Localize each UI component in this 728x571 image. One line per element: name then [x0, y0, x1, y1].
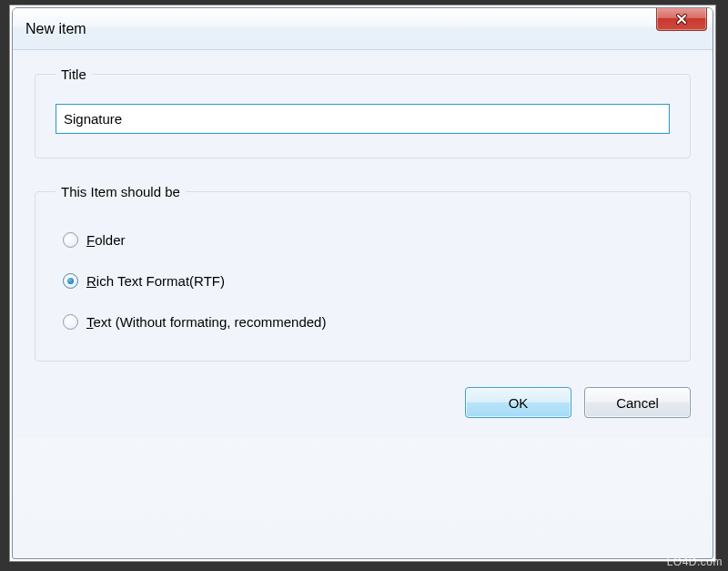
ok-button[interactable]: OK — [465, 387, 571, 418]
close-icon — [675, 14, 688, 25]
window-title: New item — [25, 21, 86, 37]
radio-rtf-label: Rich Text Format(RTF) — [86, 273, 225, 289]
screenshot-frame: New item Title This Item should be — [9, 5, 716, 562]
radio-text[interactable]: Text (Without formating, recommended) — [63, 314, 670, 330]
radio-folder[interactable]: Folder — [63, 232, 670, 248]
dialog-window: New item Title This Item should be — [12, 7, 713, 559]
titlebar[interactable]: New item — [13, 8, 713, 50]
radio-text-label: Text (Without formating, recommended) — [86, 314, 326, 330]
cancel-button[interactable]: Cancel — [584, 387, 691, 418]
title-legend: Title — [56, 66, 92, 82]
watermark: LO4D.com — [667, 556, 723, 568]
radio-indicator-icon — [63, 314, 78, 330]
type-group: This Item should be Folder Rich Text For… — [35, 184, 691, 362]
close-button[interactable] — [656, 7, 707, 31]
client-area: Title This Item should be Folder — [13, 50, 713, 438]
radio-rtf[interactable]: Rich Text Format(RTF) — [63, 273, 670, 289]
radio-indicator-icon — [63, 273, 78, 289]
type-legend: This Item should be — [56, 184, 186, 199]
button-row: OK Cancel — [35, 387, 691, 418]
title-group: Title — [35, 66, 691, 158]
radio-folder-label: Folder — [86, 232, 126, 248]
title-input[interactable] — [56, 104, 670, 134]
radio-indicator-icon — [63, 232, 78, 248]
